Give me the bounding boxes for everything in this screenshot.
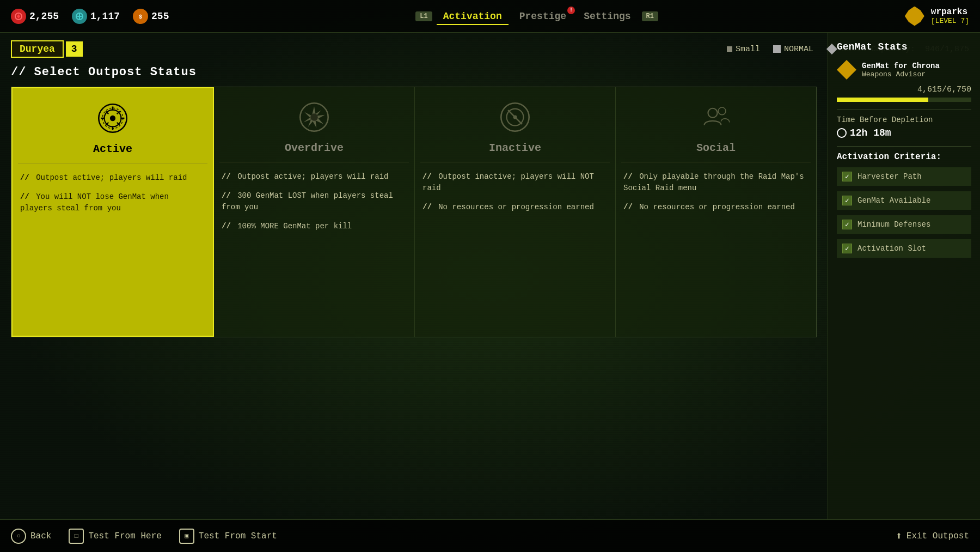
left-button-label: L1 [415,11,432,21]
right-button-label: R1 [642,11,658,21]
genmat-progress-bar [837,98,971,102]
criteria-checkbox-defenses [842,220,852,229]
column-inactive[interactable]: Inactive // Outpost inactive; players wi… [415,87,616,337]
svg-point-15 [718,107,726,115]
test-from-start-label: Test From Start [199,531,277,541]
outpost-name-badge: Duryea 3 [11,40,83,58]
test-from-here-button[interactable]: □ Test From Here [69,529,161,544]
bottom-bar: ○ Back □ Test From Here ▣ Test From Star… [0,519,980,552]
inactive-bullet-0: // Outpost inactive; players will NOT ra… [422,171,608,194]
currency-teal-value: 1,117 [90,11,120,22]
currency-orange-value: 255 [151,11,169,22]
svg-point-13 [513,116,517,119]
size-normal-indicator: NORMAL [773,45,813,54]
active-bullet-1: // You will NOT lose GenMat when players… [20,191,205,214]
user-info: wrparks [LEVEL 7] [931,7,969,25]
column-active[interactable]: Active // Outpost active; players will r… [11,87,214,337]
test-from-start-button[interactable]: ▣ Test From Start [179,529,277,544]
main-wrapper: 2,255 1,117 $ 255 L1 Activation [0,0,980,552]
sidebar-divider-2 [837,146,971,147]
currency-teal-icon [72,9,87,24]
svg-point-9 [310,113,318,121]
outpost-number: 3 [66,41,83,57]
active-icon [94,99,132,137]
exit-outpost-button[interactable]: ⬆ Exit Outpost [896,529,969,543]
genmat-diamond-icon [837,60,856,80]
top-nav-right: wrparks [LEVEL 7] [905,7,969,26]
top-nav: 2,255 1,117 $ 255 L1 Activation [0,0,980,33]
currency-red-icon [11,9,26,24]
avatar-icon [905,7,924,26]
genmat-values: 4,615/6,750 [837,85,971,94]
inactive-bullet-1: // No resources or progression earned [422,202,608,213]
social-bullet-0: // Only playable through the Raid Map's … [623,171,808,194]
size-small-indicator: Small [727,45,760,54]
time-value: 12h 18m [837,128,971,138]
genmat-row: GenMat for Chrona Weapons Advisor [837,60,971,80]
criteria-checkbox-slot [842,244,852,253]
svg-point-6 [110,116,115,121]
inactive-body: // Outpost inactive; players will NOT ra… [415,162,615,337]
bottom-actions-left: ○ Back □ Test From Here ▣ Test From Star… [11,529,277,544]
size-small-box [727,46,732,52]
criteria-minimum-defenses: Minimum Defenses [837,215,971,234]
inactive-label: Inactive [489,142,541,154]
sidebar-title: GenMat Stats [837,41,971,52]
tab-prestige[interactable]: Prestige ! [513,9,573,24]
currency-orange: $ 255 [133,9,169,24]
tab-activation[interactable]: Activation [437,9,509,24]
exit-outpost-label: Exit Outpost [906,531,969,541]
top-nav-center: L1 Activation Prestige ! Settings R1 [415,9,658,24]
top-nav-left: 2,255 1,117 $ 255 [11,9,169,24]
genmat-info: GenMat for Chrona Weapons Advisor [862,62,940,78]
column-social[interactable]: Social // Only playable through the Raid… [616,87,816,337]
overdrive-bullet-0: // Outpost active; players will raid [222,171,407,183]
criteria-checkbox-harvester [842,172,852,181]
column-inactive-header: Inactive [415,87,615,162]
currency-red: 2,255 [11,9,59,24]
exit-icon: ⬆ [896,529,902,543]
test-from-start-icon: ▣ [179,529,194,544]
column-social-header: Social [616,87,816,162]
criteria-checkbox-genmat [842,196,852,205]
overdrive-bullet-1: // 300 GenMat LOST when players steal fr… [222,190,407,213]
size-small-label: Small [736,45,760,54]
active-label: Active [93,143,132,155]
activation-criteria-title: Activation Criteria: [837,152,971,162]
genmat-progress-fill [837,98,928,102]
column-overdrive[interactable]: Overdrive // Outpost active; players wil… [214,87,415,337]
criteria-label-slot: Activation Slot [857,244,926,253]
currency-orange-icon: $ [133,9,148,24]
overdrive-label: Overdrive [285,142,344,154]
criteria-genmat-available: GenMat Available [837,191,971,210]
column-active-header: Active [13,88,213,163]
criteria-activation-slot: Activation Slot [837,239,971,258]
currency-red-value: 2,255 [29,11,59,22]
advisor-role: Weapons Advisor [862,70,940,78]
username: wrparks [931,7,969,17]
sidebar-divider-1 [837,110,971,110]
criteria-label-harvester: Harvester Path [857,172,922,181]
back-button[interactable]: ○ Back [11,529,51,544]
prestige-badge: ! [567,7,575,14]
test-from-here-label: Test From Here [88,531,161,541]
currency-teal: 1,117 [72,9,120,24]
back-label: Back [30,531,51,541]
clock-icon [837,128,847,138]
social-body: // Only playable through the Raid Map's … [616,162,816,337]
criteria-harvester-path: Harvester Path [837,167,971,186]
overdrive-bullet-2: // 100% MORE GenMat per kill [222,221,407,232]
criteria-list: Harvester Path GenMat Available Minimum … [837,167,971,258]
active-bullet-0: // Outpost active; players will raid [20,172,205,184]
user-level: [LEVEL 7] [931,17,969,25]
size-normal-box [773,45,781,53]
active-body: // Outpost active; players will raid // … [13,163,213,336]
outpost-grid: Active // Outpost active; players will r… [11,87,817,337]
criteria-label-defenses: Minimum Defenses [857,220,930,229]
overdrive-icon [295,98,333,136]
back-button-icon: ○ [11,529,26,544]
test-from-here-icon: □ [69,529,84,544]
tab-settings[interactable]: Settings [577,9,637,24]
social-icon [697,98,735,136]
time-depletion-label: Time Before Depletion [837,116,971,124]
